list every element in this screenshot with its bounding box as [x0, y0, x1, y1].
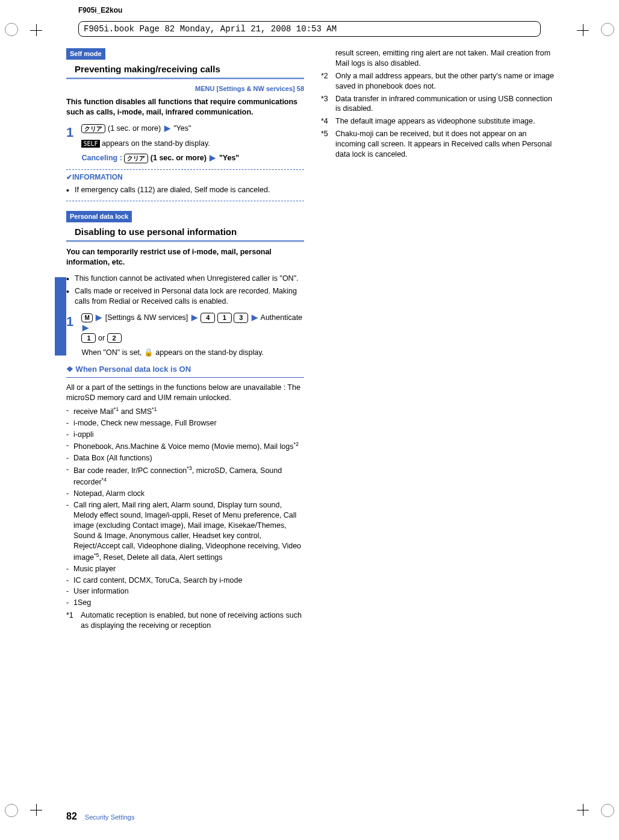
- info-list: If emergency calls (112) are dialed, Sel…: [66, 185, 304, 195]
- step-1-pdl: 1 M ▶ [Settings & NW services] ▶ 4 1 3 ▶…: [66, 313, 304, 359]
- footnote-text: Data transfer in infrared communication …: [335, 95, 552, 113]
- footnote-item: *4The default image appears as videophon…: [321, 116, 559, 127]
- step-number: 1: [66, 313, 79, 331]
- step-note: When "ON" is set,: [81, 348, 143, 357]
- cancel-text: (1 sec. or more): [151, 154, 207, 162]
- arrow-icon: ▶: [81, 324, 90, 332]
- footnote-item: *2Only a mail address appears, but the o…: [321, 71, 559, 92]
- list-item: 1Seg: [66, 598, 304, 608]
- footer-section: Security Settings: [85, 813, 135, 821]
- left-column: Self mode Preventing making/receiving ca…: [66, 48, 304, 804]
- subsection-heading: ❖ When Personal data lock is ON: [66, 364, 304, 375]
- list-item: User information: [66, 586, 304, 597]
- list-item: i-αppli: [66, 430, 304, 440]
- list-item: Music player: [66, 564, 304, 574]
- key-1: 1: [81, 333, 96, 343]
- key-4: 4: [201, 313, 215, 323]
- step-note: appears on the stand-by display.: [155, 348, 264, 357]
- list-item: Calls made or received in Personal data …: [66, 286, 304, 307]
- header-model: F905i_E2kou: [78, 6, 122, 14]
- registration-icon: [5, 804, 18, 817]
- list-item: Bar code reader, Ir/PC connection*3, mic…: [66, 465, 304, 487]
- self-icon: SELF: [81, 140, 99, 148]
- step-number: 1: [66, 124, 79, 142]
- section-rule: [66, 240, 304, 242]
- footnote-list-right: *2Only a mail address appears, but the o…: [321, 71, 559, 160]
- arrow-icon: ▶: [190, 313, 199, 322]
- footnote-text: Only a mail address appears, but the oth…: [335, 72, 554, 90]
- page-number: 82: [66, 811, 77, 821]
- section-rule: [66, 78, 304, 80]
- body-text: All or a part of the settings in the fun…: [66, 383, 304, 403]
- crop-mark-icon: [571, 18, 595, 42]
- footnote-number: *4: [321, 116, 328, 127]
- section-title-pdl: Disabling to use personal information: [75, 226, 304, 238]
- arrow-icon: ▶: [208, 154, 217, 162]
- registration-icon: [601, 23, 614, 36]
- step-text: [Settings & NW services]: [105, 313, 188, 322]
- footnote-list-left: *1 Automatic reception is enabled, but n…: [66, 610, 304, 631]
- footnote-item: *3Data transfer in infrared communicatio…: [321, 94, 559, 114]
- intro-pdl: You can temporarily restrict use of i-mo…: [66, 247, 304, 268]
- footnote-item: *5Chaku-moji can be received, but it doe…: [321, 129, 559, 160]
- key-2: 2: [107, 333, 122, 343]
- list-item: Phonebook, Ans.Machine & Voice memo (Mov…: [66, 440, 304, 452]
- footnote-text: Chaku-moji can be received, but it does …: [335, 130, 552, 158]
- restricted-functions-list: receive Mail*1 and SMS*1i-mode, Check ne…: [66, 406, 304, 609]
- cancel-label: Canceling :: [81, 154, 124, 162]
- step-text: or: [98, 334, 107, 342]
- section-tag-self-mode: Self mode: [66, 48, 105, 60]
- list-item: IC card content, DCMX, ToruCa, Search by…: [66, 575, 304, 586]
- list-item: i-mode, Check new message, Full Browser: [66, 418, 304, 428]
- step-note: appears on the stand-by display.: [102, 139, 210, 148]
- page-footer: 82 Security Settings: [66, 811, 134, 822]
- footnote-number: *2: [321, 71, 328, 81]
- key-1: 1: [217, 313, 232, 323]
- registration-icon: [5, 23, 18, 36]
- step-text: (1 sec. or more): [108, 124, 161, 133]
- arrow-icon: ▶: [250, 313, 259, 322]
- footnote-number: *1: [66, 610, 73, 621]
- dashed-rule: [66, 201, 304, 201]
- key-3: 3: [234, 313, 248, 323]
- arrow-icon: ▶: [95, 313, 103, 322]
- list-item: receive Mail*1 and SMS*1: [66, 406, 304, 417]
- lock-icon: 🔒: [144, 348, 154, 357]
- footnote-item: *1 Automatic reception is enabled, but n…: [66, 610, 304, 631]
- pdl-notes: This function cannot be activated when U…: [66, 274, 304, 307]
- step-1: 1 クリア (1 sec. or more) ▶ "Yes" SELF appe…: [66, 124, 304, 164]
- clear-key-icon: クリア: [124, 154, 148, 163]
- crop-mark-icon: [24, 18, 48, 42]
- side-tab: [55, 277, 66, 356]
- footnote-text: The default image appears as videophone …: [335, 117, 535, 125]
- book-info-bar: F905i.book Page 82 Monday, April 21, 200…: [78, 21, 541, 37]
- dashed-rule: [66, 169, 304, 170]
- arrow-icon: ▶: [163, 124, 172, 133]
- right-column: result screen, emitting ring alert are n…: [321, 48, 559, 804]
- section-title-self-mode: Preventing making/receiving calls: [75, 63, 304, 75]
- section-tag-pdl: Personal data lock: [66, 211, 132, 222]
- clear-key-icon: クリア: [81, 124, 105, 134]
- footnote-continuation: result screen, emitting ring alert are n…: [321, 48, 559, 69]
- footnote-number: *5: [321, 129, 328, 139]
- list-item: Call ring alert, Mail ring alert, Alarm …: [66, 500, 304, 562]
- list-item: Notepad, Alarm clock: [66, 489, 304, 499]
- list-item: This function cannot be activated when U…: [66, 274, 304, 284]
- list-item: If emergency calls (112) are dialed, Sel…: [66, 185, 304, 195]
- footnote-text: Automatic reception is enabled, but none…: [81, 611, 302, 630]
- crop-mark-icon: [571, 798, 595, 822]
- list-item: Data Box (All functions): [66, 453, 304, 463]
- registration-icon: [601, 804, 614, 817]
- information-label: ✔INFORMATION: [66, 172, 304, 182]
- page-body: Self mode Preventing making/receiving ca…: [66, 48, 559, 804]
- step-text: "Yes": [173, 124, 191, 133]
- menu-path: MENU [Settings & NW services] 58: [66, 84, 304, 93]
- thin-rule: [66, 377, 304, 378]
- crop-mark-icon: [24, 798, 48, 822]
- intro-self-mode: This function disables all functions tha…: [66, 97, 304, 118]
- footnote-number: *3: [321, 94, 328, 104]
- menu-key-icon: M: [81, 313, 92, 323]
- step-text: Authenticate: [261, 313, 303, 322]
- cancel-text: "Yes": [219, 154, 239, 162]
